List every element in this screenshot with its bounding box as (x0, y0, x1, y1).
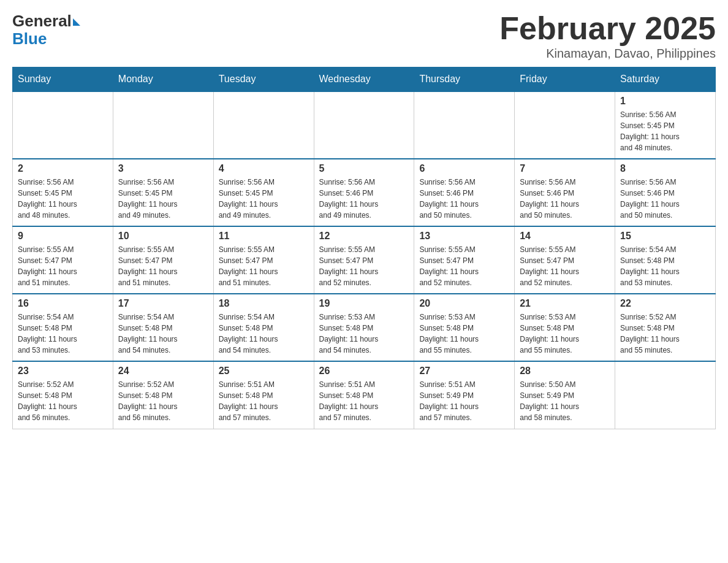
day-number: 16 (18, 298, 108, 309)
day-info: Sunrise: 5:55 AMSunset: 5:47 PMDaylight:… (219, 244, 309, 288)
calendar-week-row: 1Sunrise: 5:56 AMSunset: 5:45 PMDaylight… (13, 91, 716, 159)
calendar-cell: 23Sunrise: 5:52 AMSunset: 5:48 PMDayligh… (13, 361, 113, 429)
day-info: Sunrise: 5:54 AMSunset: 5:48 PMDaylight:… (620, 244, 710, 288)
day-info: Sunrise: 5:51 AMSunset: 5:48 PMDaylight:… (319, 379, 409, 423)
day-number: 23 (18, 366, 108, 377)
day-info: Sunrise: 5:56 AMSunset: 5:46 PMDaylight:… (520, 177, 610, 221)
day-number: 19 (319, 298, 409, 309)
day-number: 10 (118, 231, 208, 242)
day-info: Sunrise: 5:52 AMSunset: 5:48 PMDaylight:… (18, 379, 108, 423)
calendar-cell: 15Sunrise: 5:54 AMSunset: 5:48 PMDayligh… (615, 226, 716, 294)
calendar-cell: 22Sunrise: 5:52 AMSunset: 5:48 PMDayligh… (615, 294, 716, 361)
day-info: Sunrise: 5:55 AMSunset: 5:47 PMDaylight:… (18, 244, 108, 288)
calendar-week-row: 9Sunrise: 5:55 AMSunset: 5:47 PMDaylight… (13, 226, 716, 294)
header-wednesday: Wednesday (314, 67, 414, 92)
title-block: February 2025 Kinamayan, Davao, Philippi… (499, 12, 716, 61)
calendar-cell (13, 91, 113, 159)
calendar-cell: 28Sunrise: 5:50 AMSunset: 5:49 PMDayligh… (515, 361, 615, 429)
calendar-cell: 13Sunrise: 5:55 AMSunset: 5:47 PMDayligh… (414, 226, 515, 294)
day-info: Sunrise: 5:52 AMSunset: 5:48 PMDaylight:… (118, 379, 208, 423)
day-info: Sunrise: 5:55 AMSunset: 5:47 PMDaylight:… (520, 244, 610, 288)
day-number: 12 (319, 231, 409, 242)
header-thursday: Thursday (414, 67, 515, 92)
calendar-cell: 8Sunrise: 5:56 AMSunset: 5:46 PMDaylight… (615, 159, 716, 226)
day-info: Sunrise: 5:56 AMSunset: 5:46 PMDaylight:… (419, 177, 509, 221)
calendar-cell: 9Sunrise: 5:55 AMSunset: 5:47 PMDaylight… (13, 226, 113, 294)
day-info: Sunrise: 5:53 AMSunset: 5:48 PMDaylight:… (419, 312, 509, 356)
calendar-cell: 24Sunrise: 5:52 AMSunset: 5:48 PMDayligh… (113, 361, 213, 429)
calendar-cell: 1Sunrise: 5:56 AMSunset: 5:45 PMDaylight… (615, 91, 716, 159)
day-info: Sunrise: 5:56 AMSunset: 5:45 PMDaylight:… (620, 109, 710, 153)
calendar-cell (314, 91, 414, 159)
calendar-cell: 20Sunrise: 5:53 AMSunset: 5:48 PMDayligh… (414, 294, 515, 361)
day-number: 17 (118, 298, 208, 309)
calendar-cell: 16Sunrise: 5:54 AMSunset: 5:48 PMDayligh… (13, 294, 113, 361)
day-number: 6 (419, 163, 509, 174)
day-number: 2 (18, 163, 108, 174)
header-friday: Friday (515, 67, 615, 92)
day-number: 5 (319, 163, 409, 174)
logo-arrow-icon (73, 18, 80, 26)
day-number: 8 (620, 163, 710, 174)
day-info: Sunrise: 5:54 AMSunset: 5:48 PMDaylight:… (219, 312, 309, 356)
day-number: 4 (219, 163, 309, 174)
calendar-cell: 14Sunrise: 5:55 AMSunset: 5:47 PMDayligh… (515, 226, 615, 294)
day-number: 21 (520, 298, 610, 309)
day-number: 27 (419, 366, 509, 377)
calendar-cell: 3Sunrise: 5:56 AMSunset: 5:45 PMDaylight… (113, 159, 213, 226)
calendar-cell (615, 361, 716, 429)
calendar-cell (515, 91, 615, 159)
day-number: 7 (520, 163, 610, 174)
day-info: Sunrise: 5:56 AMSunset: 5:46 PMDaylight:… (620, 177, 710, 221)
day-number: 3 (118, 163, 208, 174)
calendar-cell: 12Sunrise: 5:55 AMSunset: 5:47 PMDayligh… (314, 226, 414, 294)
day-info: Sunrise: 5:54 AMSunset: 5:48 PMDaylight:… (18, 312, 108, 356)
day-info: Sunrise: 5:56 AMSunset: 5:46 PMDaylight:… (319, 177, 409, 221)
header-sunday: Sunday (13, 67, 113, 92)
day-number: 9 (18, 231, 108, 242)
calendar-week-row: 16Sunrise: 5:54 AMSunset: 5:48 PMDayligh… (13, 294, 716, 361)
day-info: Sunrise: 5:56 AMSunset: 5:45 PMDaylight:… (18, 177, 108, 221)
day-info: Sunrise: 5:50 AMSunset: 5:49 PMDaylight:… (520, 379, 610, 423)
calendar-week-row: 23Sunrise: 5:52 AMSunset: 5:48 PMDayligh… (13, 361, 716, 429)
calendar-cell (213, 91, 314, 159)
day-info: Sunrise: 5:56 AMSunset: 5:45 PMDaylight:… (219, 177, 309, 221)
day-number: 20 (419, 298, 509, 309)
logo: General Blue (12, 12, 80, 47)
calendar-cell: 5Sunrise: 5:56 AMSunset: 5:46 PMDaylight… (314, 159, 414, 226)
calendar-cell: 19Sunrise: 5:53 AMSunset: 5:48 PMDayligh… (314, 294, 414, 361)
day-number: 28 (520, 366, 610, 377)
day-number: 15 (620, 231, 710, 242)
calendar-week-row: 2Sunrise: 5:56 AMSunset: 5:45 PMDaylight… (13, 159, 716, 226)
calendar-cell: 10Sunrise: 5:55 AMSunset: 5:47 PMDayligh… (113, 226, 213, 294)
day-number: 13 (419, 231, 509, 242)
calendar-cell: 7Sunrise: 5:56 AMSunset: 5:46 PMDaylight… (515, 159, 615, 226)
calendar-cell: 27Sunrise: 5:51 AMSunset: 5:49 PMDayligh… (414, 361, 515, 429)
logo-general-text: General (12, 12, 72, 30)
day-number: 11 (219, 231, 309, 242)
day-number: 26 (319, 366, 409, 377)
day-number: 22 (620, 298, 710, 309)
page-title: February 2025 (499, 12, 716, 44)
calendar-cell: 6Sunrise: 5:56 AMSunset: 5:46 PMDaylight… (414, 159, 515, 226)
day-info: Sunrise: 5:53 AMSunset: 5:48 PMDaylight:… (319, 312, 409, 356)
day-info: Sunrise: 5:52 AMSunset: 5:48 PMDaylight:… (620, 312, 710, 356)
day-info: Sunrise: 5:56 AMSunset: 5:45 PMDaylight:… (118, 177, 208, 221)
day-info: Sunrise: 5:55 AMSunset: 5:47 PMDaylight:… (118, 244, 208, 288)
header-tuesday: Tuesday (213, 67, 314, 92)
calendar-cell: 26Sunrise: 5:51 AMSunset: 5:48 PMDayligh… (314, 361, 414, 429)
calendar-cell: 2Sunrise: 5:56 AMSunset: 5:45 PMDaylight… (13, 159, 113, 226)
calendar-cell (414, 91, 515, 159)
day-number: 24 (118, 366, 208, 377)
calendar-body: 1Sunrise: 5:56 AMSunset: 5:45 PMDaylight… (13, 91, 716, 429)
day-number: 18 (219, 298, 309, 309)
day-info: Sunrise: 5:55 AMSunset: 5:47 PMDaylight:… (419, 244, 509, 288)
day-info: Sunrise: 5:55 AMSunset: 5:47 PMDaylight:… (319, 244, 409, 288)
day-info: Sunrise: 5:51 AMSunset: 5:48 PMDaylight:… (219, 379, 309, 423)
header-monday: Monday (113, 67, 213, 92)
day-number: 25 (219, 366, 309, 377)
calendar-cell: 18Sunrise: 5:54 AMSunset: 5:48 PMDayligh… (213, 294, 314, 361)
day-number: 1 (620, 96, 710, 107)
calendar-cell: 4Sunrise: 5:56 AMSunset: 5:45 PMDaylight… (213, 159, 314, 226)
day-info: Sunrise: 5:54 AMSunset: 5:48 PMDaylight:… (118, 312, 208, 356)
